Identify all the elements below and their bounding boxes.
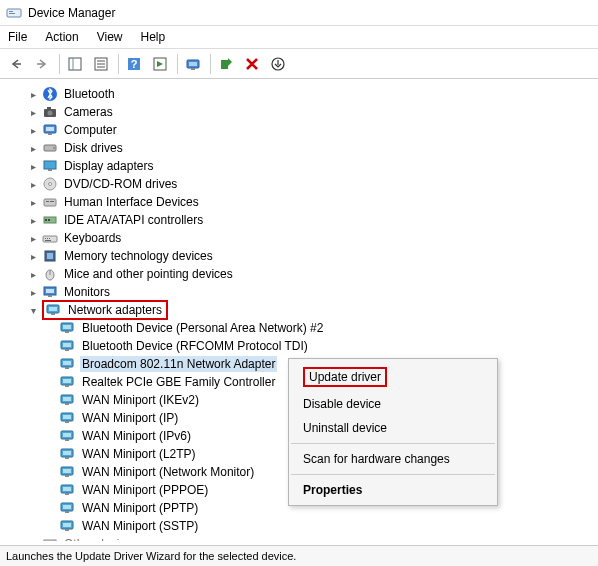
tree-item[interactable]: ▸DVD/CD-ROM drives: [8, 175, 598, 193]
tree-item[interactable]: ▸Mice and other pointing devices: [8, 265, 598, 283]
tree-label: WAN Miniport (PPTP): [80, 500, 200, 516]
svg-rect-54: [63, 325, 71, 329]
enable-button[interactable]: [214, 52, 238, 76]
svg-rect-44: [47, 253, 53, 259]
menu-help[interactable]: Help: [141, 30, 166, 44]
expand-arrow-icon[interactable]: ▸: [26, 159, 40, 173]
expand-arrow-icon[interactable]: ▸: [26, 87, 40, 101]
svg-rect-41: [49, 238, 50, 239]
ctx-uninstall-device[interactable]: Uninstall device: [289, 416, 497, 440]
tree-item[interactable]: ▸Disk drives: [8, 139, 598, 157]
arrow-placeholder: ▸: [44, 411, 58, 425]
update-driver-button[interactable]: [266, 52, 290, 76]
svg-rect-42: [45, 240, 51, 241]
svg-text:?: ?: [47, 539, 52, 541]
svg-rect-70: [65, 421, 69, 423]
svg-rect-72: [63, 433, 71, 437]
svg-rect-22: [47, 107, 51, 110]
tree-item[interactable]: ▸Cameras: [8, 103, 598, 121]
tree-label: Memory technology devices: [62, 248, 215, 264]
tree-item-network-child[interactable]: ▸Bluetooth Device (RFCOMM Protocol TDI): [8, 337, 598, 355]
ctx-separator: [291, 443, 495, 444]
expand-arrow-icon[interactable]: ▾: [26, 303, 40, 317]
other-icon: ?: [42, 536, 58, 541]
expand-arrow-icon[interactable]: ▸: [26, 213, 40, 227]
svg-rect-58: [65, 349, 69, 351]
svg-rect-66: [63, 397, 71, 401]
tree-label: Disk drives: [62, 140, 125, 156]
uninstall-button[interactable]: [240, 52, 264, 76]
ctx-scan-hardware[interactable]: Scan for hardware changes: [289, 447, 497, 471]
show-hide-button[interactable]: [63, 52, 87, 76]
tree-item[interactable]: ▸Bluetooth: [8, 85, 598, 103]
svg-rect-82: [65, 493, 69, 495]
tree-label: Human Interface Devices: [62, 194, 201, 210]
svg-rect-28: [44, 161, 56, 169]
svg-rect-67: [65, 403, 69, 405]
monitor-icon: [42, 284, 58, 300]
svg-point-31: [49, 183, 52, 186]
menu-file[interactable]: File: [8, 30, 27, 44]
tree-item[interactable]: ▸Computer: [8, 121, 598, 139]
svg-point-27: [53, 147, 55, 149]
expand-arrow-icon[interactable]: ▸: [26, 141, 40, 155]
tree-label: WAN Miniport (Network Monitor): [80, 464, 256, 480]
ctx-disable-device[interactable]: Disable device: [289, 392, 497, 416]
action-button[interactable]: [148, 52, 172, 76]
hid-icon: [42, 194, 58, 210]
tree-label: WAN Miniport (PPPOE): [80, 482, 210, 498]
tree-label: DVD/CD-ROM drives: [62, 176, 179, 192]
expand-arrow-icon[interactable]: ▸: [26, 231, 40, 245]
ctx-properties[interactable]: Properties: [289, 478, 497, 502]
arrow-placeholder: ▸: [44, 375, 58, 389]
highlight-box: Network adapters: [42, 300, 168, 320]
expand-arrow-icon[interactable]: ▸: [26, 123, 40, 137]
toolbar-separator: [59, 54, 60, 74]
arrow-placeholder: ▸: [44, 519, 58, 533]
arrow-placeholder: ▸: [44, 465, 58, 479]
help-button[interactable]: ?: [122, 52, 146, 76]
svg-rect-79: [65, 475, 69, 477]
tree-item-network-adapters[interactable]: ▾ Network adapters: [8, 301, 598, 319]
tree-item[interactable]: ▸Keyboards: [8, 229, 598, 247]
arrow-placeholder: ▸: [44, 447, 58, 461]
tree-item[interactable]: ▸Display adapters: [8, 157, 598, 175]
expand-arrow-icon[interactable]: ▸: [26, 105, 40, 119]
tree-item-network-child[interactable]: ▸Bluetooth Device (Personal Area Network…: [8, 319, 598, 337]
tree-item[interactable]: ▸IDE ATA/ATAPI controllers: [8, 211, 598, 229]
window-title: Device Manager: [28, 6, 115, 20]
svg-rect-84: [63, 505, 71, 509]
svg-rect-15: [189, 62, 197, 66]
app-icon: [6, 5, 22, 21]
network-adapter-icon: [60, 446, 76, 462]
properties-button[interactable]: [89, 52, 113, 76]
svg-rect-17: [221, 60, 228, 69]
tree-label: Bluetooth: [62, 86, 117, 102]
tree-label: Mice and other pointing devices: [62, 266, 235, 282]
tree-label: Monitors: [62, 284, 112, 300]
toolbar-separator: [118, 54, 119, 74]
ctx-separator: [291, 474, 495, 475]
network-adapter-icon: [60, 500, 76, 516]
menu-action[interactable]: Action: [45, 30, 78, 44]
tree-item-other-devices[interactable]: ▾ ? Other devices: [8, 535, 598, 541]
tree-label: Realtek PCIe GBE Family Controller: [80, 374, 277, 390]
scan-hardware-button[interactable]: [181, 52, 205, 76]
expand-arrow-icon[interactable]: ▸: [26, 177, 40, 191]
svg-rect-76: [65, 457, 69, 459]
expand-arrow-icon[interactable]: ▸: [26, 249, 40, 263]
tree-item[interactable]: ▸Human Interface Devices: [8, 193, 598, 211]
network-adapter-icon: [60, 464, 76, 480]
expand-arrow-icon[interactable]: ▾: [26, 537, 40, 541]
expand-arrow-icon[interactable]: ▸: [26, 285, 40, 299]
back-button[interactable]: [4, 52, 28, 76]
forward-button[interactable]: [30, 52, 54, 76]
ctx-update-driver[interactable]: Update driver: [289, 362, 497, 392]
expand-arrow-icon[interactable]: ▸: [26, 267, 40, 281]
tree-item[interactable]: ▸Memory technology devices: [8, 247, 598, 265]
expand-arrow-icon[interactable]: ▸: [26, 195, 40, 209]
tree-item[interactable]: ▸Monitors: [8, 283, 598, 301]
tree-item-network-child[interactable]: ▸WAN Miniport (SSTP): [8, 517, 598, 535]
svg-rect-49: [48, 295, 52, 297]
menu-view[interactable]: View: [97, 30, 123, 44]
